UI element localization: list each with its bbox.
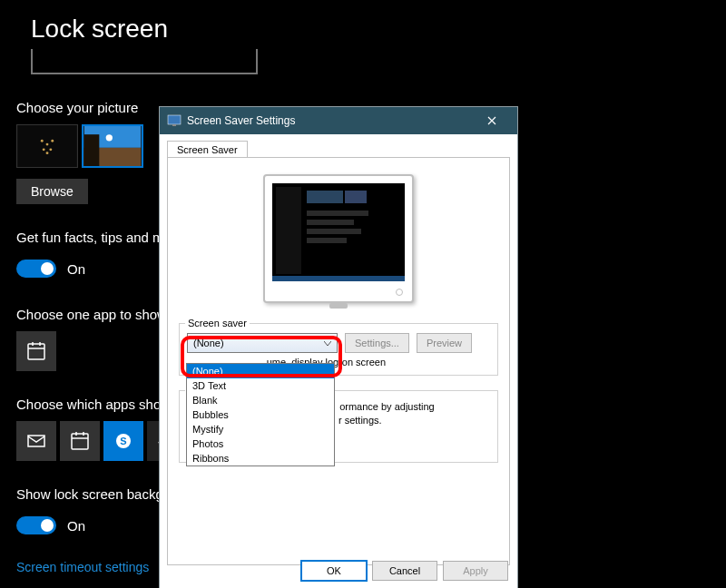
fun-facts-toggle[interactable]	[16, 260, 56, 278]
svg-rect-15	[72, 434, 88, 449]
option-mystify[interactable]: Mystify	[187, 422, 334, 436]
quick-status-app-skype[interactable]: S	[103, 421, 143, 461]
ok-button[interactable]: OK	[301, 561, 367, 581]
svg-point-5	[49, 148, 52, 151]
tab-panel: Screen saver (None) Settings... Preview …	[167, 157, 510, 565]
svg-rect-22	[172, 124, 176, 126]
close-icon	[487, 116, 496, 125]
dialog-title: Screen Saver Settings	[187, 114, 474, 127]
svg-point-3	[51, 140, 54, 142]
tab-screen-saver[interactable]: Screen Saver	[167, 141, 248, 158]
option-blank[interactable]: Blank	[187, 393, 334, 407]
settings-button[interactable]: Settings...	[345, 333, 409, 353]
dialog-close-button[interactable]	[474, 108, 510, 133]
option-ribbons[interactable]: Ribbons	[187, 451, 334, 466]
page-title: Lock screen	[16, 0, 726, 49]
detailed-status-app[interactable]	[16, 331, 56, 371]
svg-rect-11	[28, 344, 44, 359]
svg-point-10	[106, 134, 113, 141]
svg-text:S: S	[120, 436, 126, 446]
browse-button[interactable]: Browse	[16, 179, 88, 204]
svg-point-6	[46, 152, 49, 154]
svg-rect-0	[17, 125, 76, 167]
option-bubbles[interactable]: Bubbles	[187, 407, 334, 422]
preview-button[interactable]: Preview	[417, 333, 472, 353]
dialog-icon	[167, 113, 182, 128]
screensaver-group-label: Screen saver	[185, 318, 250, 328]
option-none[interactable]: (None)	[187, 364, 334, 378]
screensaver-options-list: (None) 3D Text Blank Bubbles Mystify Pho…	[186, 363, 335, 466]
quick-status-app-calendar[interactable]	[60, 421, 100, 461]
option-3d-text[interactable]: 3D Text	[187, 378, 334, 393]
option-photos[interactable]: Photos	[187, 436, 334, 451]
svg-point-1	[41, 140, 44, 142]
cancel-button[interactable]: Cancel	[372, 561, 437, 581]
title-underline	[31, 49, 258, 74]
chevron-down-icon	[324, 338, 331, 348]
monitor-preview	[179, 174, 498, 303]
dialog-titlebar[interactable]: Screen Saver Settings	[160, 107, 517, 134]
fun-facts-toggle-label: On	[67, 261, 85, 277]
svg-rect-9	[84, 134, 100, 166]
picture-thumb-2[interactable]	[82, 124, 143, 168]
screensaver-select[interactable]: (None)	[187, 333, 338, 353]
screensaver-dialog: Screen Saver Settings Screen Saver	[160, 107, 517, 588]
quick-status-app-mail[interactable]	[16, 421, 56, 461]
apply-button[interactable]: Apply	[443, 561, 508, 581]
picture-thumb-1[interactable]	[16, 124, 78, 168]
svg-point-2	[46, 143, 49, 146]
svg-point-4	[43, 148, 45, 151]
show-bg-toggle[interactable]	[16, 516, 56, 534]
svg-rect-21	[168, 115, 181, 124]
show-bg-toggle-label: On	[67, 518, 85, 534]
screensaver-select-value: (None)	[193, 338, 224, 348]
